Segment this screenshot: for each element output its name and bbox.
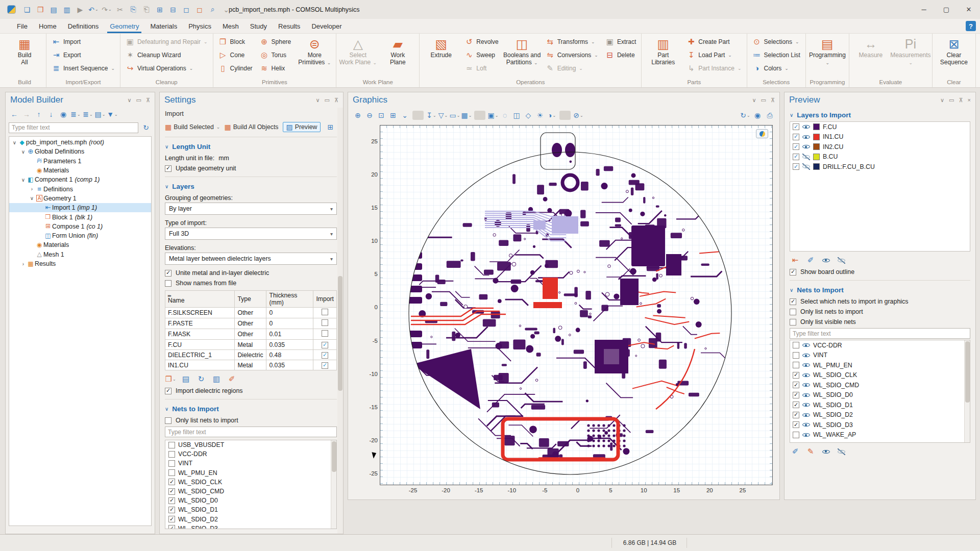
clear-sequence-button[interactable]: ⊠ ClearSequence xyxy=(935,35,973,67)
import-checkbox[interactable] xyxy=(322,362,328,369)
graphics-canvas[interactable] xyxy=(380,125,773,485)
transparency-icon[interactable]: ◫ xyxy=(511,110,522,121)
layer-item[interactable]: IN1.CU xyxy=(790,132,970,142)
comsol-canvas-logo-icon[interactable] xyxy=(756,129,768,138)
cut-icon[interactable]: ✂ xyxy=(114,4,126,15)
net-checkbox[interactable] xyxy=(168,516,175,522)
booleans-and-partitions-button[interactable]: ◫ Booleans andPartitions ⌄ xyxy=(503,35,542,68)
tree-item[interactable]: Compose 1 (co 1) xyxy=(9,222,151,231)
Materials[interactable]: Materials xyxy=(144,19,183,33)
save-as-icon[interactable]: ▥ xyxy=(61,4,73,15)
net-item[interactable]: WL_SDIO_CMD xyxy=(165,487,336,496)
net-checkbox[interactable] xyxy=(168,488,175,495)
select-nets-icon[interactable]: ✐ xyxy=(790,446,801,457)
import-checkbox[interactable] xyxy=(322,319,328,326)
zoom-out-icon[interactable]: ⊖ xyxy=(364,110,375,121)
section-layers[interactable]: ∨ Layers xyxy=(165,180,337,193)
part-instance-button[interactable]: ↳ Part Instance ⌄ xyxy=(683,62,744,74)
tree-item[interactable]: ∨ pcb_import_nets.mph (root) xyxy=(9,138,151,147)
sweep-button[interactable]: ∿ Sweep xyxy=(461,48,501,61)
select-work-plane-button[interactable]: △ SelectWork Plane ⌄ xyxy=(338,35,377,68)
measure-button[interactable]: ↔ Measure xyxy=(851,35,890,60)
more-primitives-button[interactable]: ⊜ MorePrimitives ⌄ xyxy=(295,35,334,68)
build-preview-options-icon[interactable]: ⊞ xyxy=(325,121,336,133)
collapse-panel-icon[interactable]: ∨ xyxy=(315,97,320,104)
move-up-icon[interactable]: ↑ xyxy=(33,109,44,120)
layer-item[interactable]: F.CU xyxy=(790,122,970,132)
net-checkbox[interactable] xyxy=(168,479,175,485)
tree-expander-icon[interactable]: ∨ xyxy=(29,195,35,201)
Physics[interactable]: Physics xyxy=(183,19,217,33)
export-button[interactable]: ⇥ Export xyxy=(48,48,118,61)
part-libraries-button[interactable]: ▥ PartLibraries xyxy=(644,35,682,67)
net-checkbox[interactable] xyxy=(168,442,175,448)
preview-net-checkbox[interactable] xyxy=(793,352,799,359)
build-selected-button[interactable]: ▦ Build Selected ⌄ xyxy=(165,123,220,131)
work-plane-button[interactable]: ▰ WorkPlane xyxy=(378,35,417,67)
minimize-button[interactable]: ─ xyxy=(913,0,935,19)
only-list-visible-nets-checkbox[interactable] xyxy=(790,319,796,325)
eye-icon[interactable] xyxy=(802,362,810,368)
scene-light-icon[interactable]: ☀ xyxy=(534,110,546,121)
select-nets-in-graphics-checkbox[interactable] xyxy=(790,298,796,305)
extract-button[interactable]: ▣ Extract xyxy=(602,35,639,48)
pin-panel-icon[interactable]: ⊼ xyxy=(959,97,963,104)
sphere-button[interactable]: ⊕ Sphere xyxy=(257,35,295,48)
delete-button[interactable]: ⊟ Delete xyxy=(602,48,639,61)
import-checkbox[interactable] xyxy=(322,342,328,348)
torus-button[interactable]: ◎ Torus xyxy=(257,48,295,61)
layer-row[interactable]: F.MASK Other 0.01 xyxy=(165,329,337,340)
cleanup-layers-icon[interactable]: ✐ xyxy=(226,373,237,385)
refresh-table-icon[interactable]: ↻ xyxy=(195,373,207,385)
block-button[interactable]: ❒ Block xyxy=(215,35,256,48)
preview-net-item[interactable]: VCC-DDR xyxy=(790,340,970,350)
preview-net-item[interactable]: WL_SDIO_CMD xyxy=(790,380,970,390)
filter-refresh-icon[interactable]: ↻ xyxy=(140,122,152,133)
eye-icon[interactable] xyxy=(802,372,810,379)
eye-icon[interactable] xyxy=(802,154,810,160)
layer-row[interactable]: IN1.CU Metal 0.035 xyxy=(165,360,337,370)
eye-icon[interactable] xyxy=(802,143,810,150)
settings-scrollbar[interactable] xyxy=(337,108,343,534)
net-item[interactable]: WL_PMU_EN xyxy=(165,468,336,478)
net-checkbox[interactable] xyxy=(168,507,175,513)
float-panel-icon[interactable]: ▭ xyxy=(761,97,766,104)
import-dielectric-checkbox[interactable] xyxy=(165,388,172,394)
zoom-extents-icon[interactable]: ⊞ xyxy=(387,110,399,121)
preview-net-checkbox[interactable] xyxy=(793,382,799,388)
preview-net-checkbox[interactable] xyxy=(793,402,799,408)
go-forward-icon[interactable]: → xyxy=(21,109,32,120)
preview-net-item[interactable]: WL_PMU_EN xyxy=(790,360,970,370)
loft-button[interactable]: ≃ Loft xyxy=(461,62,501,74)
eye-icon[interactable] xyxy=(802,421,810,428)
paste-icon[interactable]: ⎗ xyxy=(140,4,153,15)
open-file-icon[interactable]: ❒ xyxy=(34,4,46,15)
cleanup-wizard-button[interactable]: ✶ Cleanup Wizard xyxy=(122,48,211,61)
scene-orientation-icon[interactable]: ▽ ⌄ xyxy=(437,110,449,121)
copy-icon[interactable]: ⎘ xyxy=(127,4,139,15)
nets-scrollbar[interactable] xyxy=(331,440,336,529)
select-box-icon[interactable]: ◻ xyxy=(180,4,192,15)
preview-net-checkbox[interactable] xyxy=(793,342,799,348)
help-button[interactable]: ? xyxy=(966,21,976,31)
Developer[interactable]: Developer xyxy=(306,19,347,33)
net-checkbox[interactable] xyxy=(168,460,175,467)
layer-item[interactable]: B.CU xyxy=(790,152,970,162)
preview-net-item[interactable]: WL_SDIO_D2 xyxy=(790,410,970,420)
float-panel-icon[interactable]: ▭ xyxy=(325,97,330,104)
show-layer-icon[interactable] xyxy=(820,255,831,266)
section-nets-to-import[interactable]: ∨ Nets to Import xyxy=(165,403,337,415)
net-item[interactable]: WL_SDIO_CLK xyxy=(165,478,336,487)
save-icon[interactable]: ▤ xyxy=(47,4,60,15)
run-icon[interactable]: ▶ xyxy=(74,4,86,15)
preview-net-item[interactable]: WL_SDIO_D1 xyxy=(790,400,970,410)
collapse-panel-icon[interactable]: ∨ xyxy=(752,97,756,104)
import-checkbox[interactable] xyxy=(322,309,328,315)
hide-objects-icon[interactable]: ◌ xyxy=(499,110,510,121)
go-to-default-view-icon[interactable]: ↧ ⌄ xyxy=(426,110,437,121)
import-button[interactable]: ⇤ Import xyxy=(48,35,118,48)
layer-row[interactable]: DIELECTRIC_1 Dielectric 0.48 xyxy=(165,350,337,360)
unite-metal-checkbox[interactable] xyxy=(165,270,172,277)
preview-net-item[interactable]: WL_SDIO_CLK xyxy=(790,370,970,381)
go-back-icon[interactable]: ← xyxy=(9,109,20,120)
